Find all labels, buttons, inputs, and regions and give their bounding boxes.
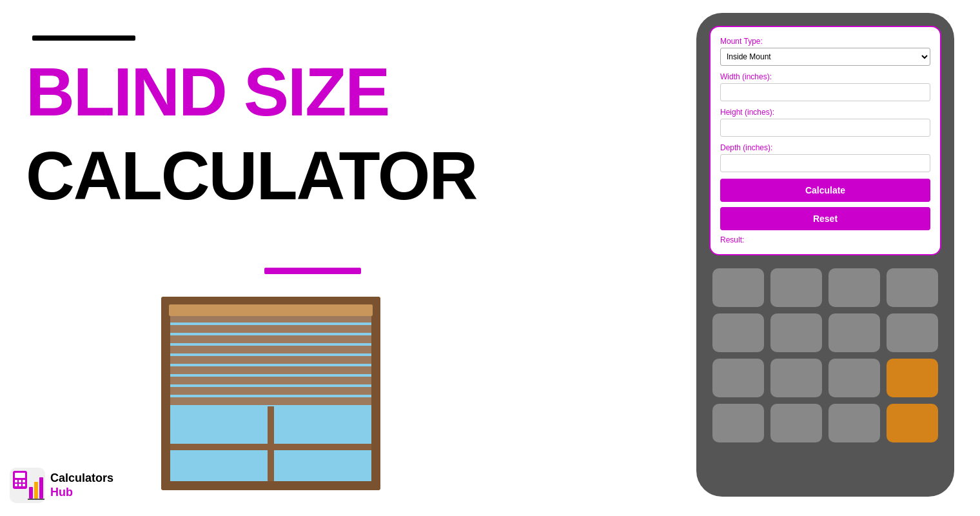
mount-type-select[interactable]: Inside Mount Outside Mount — [720, 48, 930, 66]
title-blind-size: BLIND SIZE — [26, 58, 389, 126]
svg-rect-16 — [161, 297, 170, 490]
logo-icon — [10, 468, 45, 503]
svg-rect-27 — [19, 484, 21, 486]
svg-rect-4 — [169, 325, 373, 333]
key-1[interactable] — [712, 268, 764, 307]
key-5[interactable] — [712, 313, 764, 352]
width-label: Width (inches): — [720, 72, 930, 81]
height-group: Height (inches): — [720, 108, 930, 137]
key-10[interactable] — [770, 359, 822, 397]
reset-button[interactable]: Reset — [720, 207, 930, 230]
key-11[interactable] — [828, 359, 880, 397]
svg-rect-31 — [39, 477, 43, 499]
key-4[interactable] — [887, 268, 938, 307]
calculator-device: Mount Type: Inside Mount Outside Mount W… — [696, 13, 954, 497]
key-orange-2[interactable] — [887, 404, 938, 442]
svg-rect-18 — [161, 481, 380, 490]
svg-rect-32 — [28, 499, 44, 500]
height-label: Height (inches): — [720, 108, 930, 117]
key-13[interactable] — [770, 404, 822, 442]
svg-rect-14 — [169, 444, 373, 450]
svg-rect-28 — [23, 484, 25, 486]
svg-rect-25 — [23, 480, 25, 482]
calculator-keypad — [709, 265, 941, 446]
purple-accent-bar — [264, 268, 361, 274]
svg-rect-7 — [169, 356, 373, 364]
key-8[interactable] — [887, 313, 938, 352]
svg-rect-8 — [169, 366, 373, 374]
calculate-button[interactable]: Calculate — [720, 179, 930, 202]
logo-calculators: Calculators — [50, 471, 113, 486]
svg-rect-6 — [169, 346, 373, 353]
svg-rect-17 — [371, 297, 380, 490]
svg-rect-15 — [161, 297, 380, 306]
svg-rect-29 — [29, 487, 33, 499]
width-group: Width (inches): — [720, 72, 930, 101]
key-3[interactable] — [828, 268, 880, 307]
svg-rect-5 — [169, 335, 373, 343]
mount-type-group: Mount Type: Inside Mount Outside Mount — [720, 37, 930, 66]
blind-illustration — [155, 290, 387, 497]
logo-text: Calculators Hub — [50, 471, 113, 499]
title-calculator: CALCULATOR — [26, 142, 476, 210]
key-2[interactable] — [770, 268, 822, 307]
logo-container: Calculators Hub — [10, 468, 113, 503]
svg-rect-22 — [15, 473, 25, 478]
top-decorative-bar — [32, 35, 135, 41]
svg-rect-9 — [169, 377, 373, 384]
height-input[interactable] — [720, 119, 930, 137]
key-12[interactable] — [712, 404, 764, 442]
result-label: Result: — [720, 235, 930, 244]
calculator-screen: Mount Type: Inside Mount Outside Mount W… — [709, 26, 941, 255]
svg-rect-24 — [19, 480, 21, 482]
svg-rect-30 — [34, 482, 38, 499]
svg-rect-26 — [15, 484, 17, 486]
key-7[interactable] — [828, 313, 880, 352]
depth-group: Depth (inches): — [720, 143, 930, 172]
mount-type-label: Mount Type: — [720, 37, 930, 46]
svg-rect-19 — [169, 304, 373, 316]
depth-label: Depth (inches): — [720, 143, 930, 152]
left-section: BLIND SIZE CALCULATOR — [26, 0, 477, 516]
key-9[interactable] — [712, 359, 764, 397]
svg-rect-11 — [169, 397, 373, 405]
width-input[interactable] — [720, 83, 930, 101]
key-6[interactable] — [770, 313, 822, 352]
svg-rect-23 — [15, 480, 17, 482]
depth-input[interactable] — [720, 154, 930, 172]
logo-hub: Hub — [50, 486, 113, 500]
key-orange-1[interactable] — [887, 359, 938, 397]
key-14[interactable] — [828, 404, 880, 442]
svg-rect-10 — [169, 387, 373, 395]
